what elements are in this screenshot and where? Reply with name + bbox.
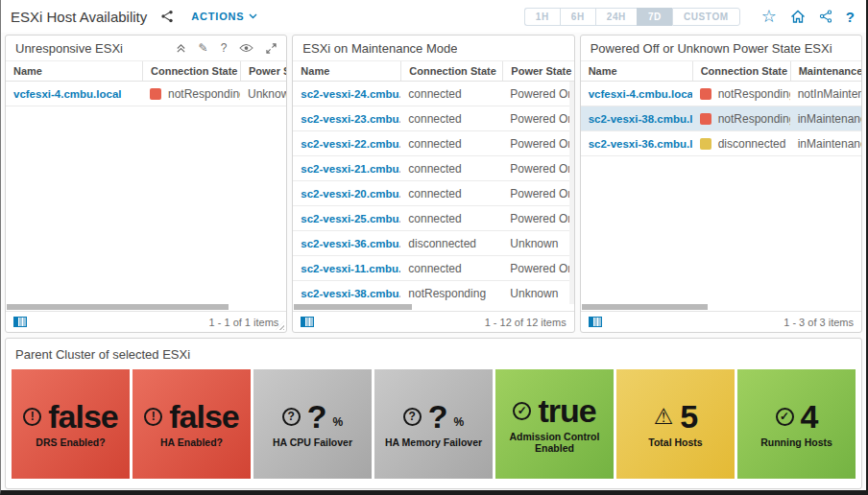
table-row[interactable]: sc2-vesxi-20.cmbu.l...connectedPowered O…: [293, 181, 573, 206]
tile-value: false: [169, 400, 239, 433]
widget-parent-cluster: Parent Cluster of selected ESXi !falseDR…: [5, 338, 862, 489]
scrollbar-thumb[interactable]: [7, 304, 229, 310]
time-range-6h[interactable]: 6H: [560, 8, 595, 26]
scrollbar-thumb[interactable]: [582, 304, 709, 310]
widget-title: ESXi on Maintenance Mode: [302, 41, 457, 56]
state-value-cell: notInMaintenance: [790, 87, 861, 101]
host-link[interactable]: sc2-vesxi-11.cmbu.lo...: [293, 263, 400, 274]
connection-state-cell: connected: [400, 262, 502, 275]
host-link[interactable]: sc2-vesxi-22.cmbu.l...: [293, 138, 400, 150]
home-icon[interactable]: [790, 10, 806, 24]
column-header-connection-state[interactable]: Connection State: [400, 61, 502, 81]
page-title: ESXi Host Availability: [11, 9, 147, 25]
column-header-maintenance-state[interactable]: Maintenance State: [790, 61, 861, 81]
widget-toolbar: ✎ ?: [176, 42, 277, 54]
expand-icon[interactable]: [266, 43, 277, 54]
column-selector-icon[interactable]: [301, 317, 314, 327]
table-row[interactable]: sc2-vesxi-24.cmbu.l...connectedPowered O…: [293, 82, 573, 106]
check-circle-icon: ✓: [776, 408, 794, 426]
share-dashboard-icon[interactable]: [160, 10, 174, 23]
collapse-icon[interactable]: [176, 43, 186, 54]
table-header: NameConnection StateMaintenance State: [581, 61, 861, 82]
time-range-custom[interactable]: CUSTOM: [672, 8, 740, 26]
state-value-cell: inMaintenance: [790, 137, 861, 151]
table-row[interactable]: sc2-vesxi-36.cmbu.l...disconnectedUnknow…: [293, 231, 573, 256]
column-header-name[interactable]: Name: [293, 61, 400, 81]
edit-icon[interactable]: ✎: [199, 42, 208, 54]
favorite-star-icon[interactable]: ☆: [761, 8, 777, 25]
table-row[interactable]: sc2-vesxi-22.cmbu.l...connectedPowered O…: [293, 131, 573, 156]
time-range-7d[interactable]: 7D: [637, 8, 672, 26]
host-link[interactable]: vcfesxi-4.cmbu.local: [581, 88, 692, 100]
table-row[interactable]: sc2-vesxi-38.cmbu.l...notRespondingUnkno…: [293, 281, 573, 304]
host-link[interactable]: sc2-vesxi-21.cmbu.l...: [293, 163, 400, 175]
table-row[interactable]: sc2-vesxi-23.cmbu.l...connectedPowered O…: [293, 106, 573, 131]
top-right-controls: 1H6H24H7DCUSTOM ☆ ?: [524, 8, 855, 26]
column-header-connection-state[interactable]: Connection State: [142, 61, 240, 81]
host-link[interactable]: sc2-vesxi-38.cmbu.l...: [293, 288, 400, 299]
table-row[interactable]: vcfesxi-4.cmbu.localnotRespondingnotInMa…: [581, 82, 861, 106]
widget-unresponsive-esxi: Unresponsive ESXi ✎ ? NameConnection Sta…: [5, 35, 287, 333]
widget-title: Parent Cluster of selected ESXi: [15, 347, 190, 362]
chevron-down-icon: [249, 13, 257, 19]
table-row[interactable]: sc2-vesxi-38.cmbu.l...notRespondinginMai…: [581, 106, 861, 131]
widget-esxi-maintenance-mode: ESXi on Maintenance Mode NameConnection …: [292, 35, 574, 333]
tile-running-hosts: ✓4Running Hosts: [737, 369, 856, 479]
tile-value: ?: [428, 400, 447, 433]
widget-help-icon[interactable]: ?: [221, 42, 228, 54]
widget-header: ESXi on Maintenance Mode: [293, 35, 573, 61]
column-header-name[interactable]: Name: [6, 61, 142, 81]
table-row[interactable]: sc2-vesxi-36.cmbu.l...disconnectedinMain…: [581, 131, 861, 156]
column-header-name[interactable]: Name: [581, 61, 692, 81]
actions-menu[interactable]: ACTIONS: [191, 11, 257, 22]
host-link[interactable]: sc2-vesxi-23.cmbu.l...: [293, 113, 400, 125]
host-link[interactable]: sc2-vesxi-38.cmbu.l...: [581, 113, 692, 125]
time-range-group: 1H6H24H7DCUSTOM: [524, 8, 740, 26]
table-row[interactable]: sc2-vesxi-11.cmbu.lo...connectedPowered …: [293, 256, 573, 281]
column-selector-icon[interactable]: [589, 317, 602, 327]
help-icon[interactable]: ?: [846, 9, 855, 25]
tile-unit: %: [454, 415, 465, 429]
tile-label: HA Memory Failover: [385, 436, 482, 448]
status-color-square: [150, 88, 161, 100]
tile-total-hosts: ⚠5Total Hosts: [616, 369, 735, 479]
column-header-power-state[interactable]: Power State: [502, 61, 573, 81]
widget-header: Parent Cluster of selected ESXi: [6, 339, 861, 369]
time-range-24h[interactable]: 24H: [595, 8, 637, 26]
scrollbar-thumb[interactable]: [294, 304, 412, 310]
tile-label: Running Hosts: [760, 436, 832, 448]
items-count: 1 - 1 of 1 items: [209, 317, 279, 328]
column-header-power-state[interactable]: Power State: [240, 61, 286, 81]
tile-value: 4: [801, 400, 818, 433]
state-value-cell: Powered On: [502, 112, 573, 126]
items-count: 1 - 12 of 12 items: [485, 317, 567, 328]
table-row[interactable]: vcfesxi-4.cmbu.localnotRespondingUnknown: [6, 82, 286, 106]
tile-ha-enabled: !falseHA Enabled?: [133, 369, 251, 479]
host-link[interactable]: sc2-vesxi-20.cmbu.l...: [293, 188, 400, 200]
connection-state-cell: connected: [400, 137, 502, 151]
host-link[interactable]: sc2-vesxi-24.cmbu.l...: [293, 88, 400, 100]
widget-header: Powered Off or Unknown Power State ESXi: [581, 35, 861, 61]
horizontal-scrollbar: [6, 304, 286, 311]
actions-label: ACTIONS: [191, 11, 244, 22]
time-range-1h[interactable]: 1H: [524, 8, 560, 26]
column-header-connection-state[interactable]: Connection State: [692, 61, 790, 81]
table-row[interactable]: sc2-vesxi-25.cmbu.l...connectedPowered O…: [293, 206, 573, 231]
host-link[interactable]: sc2-vesxi-25.cmbu.l...: [293, 213, 400, 224]
tile-label: Total Hosts: [648, 436, 702, 448]
host-link[interactable]: vcfesxi-4.cmbu.local: [6, 88, 142, 100]
top-bar: ESXi Host Availability ACTIONS 1H6H24H7D…: [1, 0, 866, 33]
column-selector-icon[interactable]: [13, 317, 27, 327]
widget-header: Unresponsive ESXi ✎ ?: [6, 35, 286, 61]
widget-footer: 1 - 12 of 12 items: [293, 311, 573, 332]
state-value-cell: Powered On: [502, 87, 573, 101]
tile-value: ?: [307, 400, 326, 433]
connection-state-cell: disconnected: [400, 237, 502, 250]
tile-value: 5: [680, 400, 697, 433]
host-link[interactable]: sc2-vesxi-36.cmbu.l...: [293, 238, 400, 249]
share-icon[interactable]: [819, 10, 832, 23]
connection-state-cell: notResponding: [692, 112, 790, 126]
host-link[interactable]: sc2-vesxi-36.cmbu.l...: [581, 138, 692, 150]
table-row[interactable]: sc2-vesxi-21.cmbu.l...connectedPowered O…: [293, 156, 573, 181]
show-icon[interactable]: [239, 43, 253, 53]
